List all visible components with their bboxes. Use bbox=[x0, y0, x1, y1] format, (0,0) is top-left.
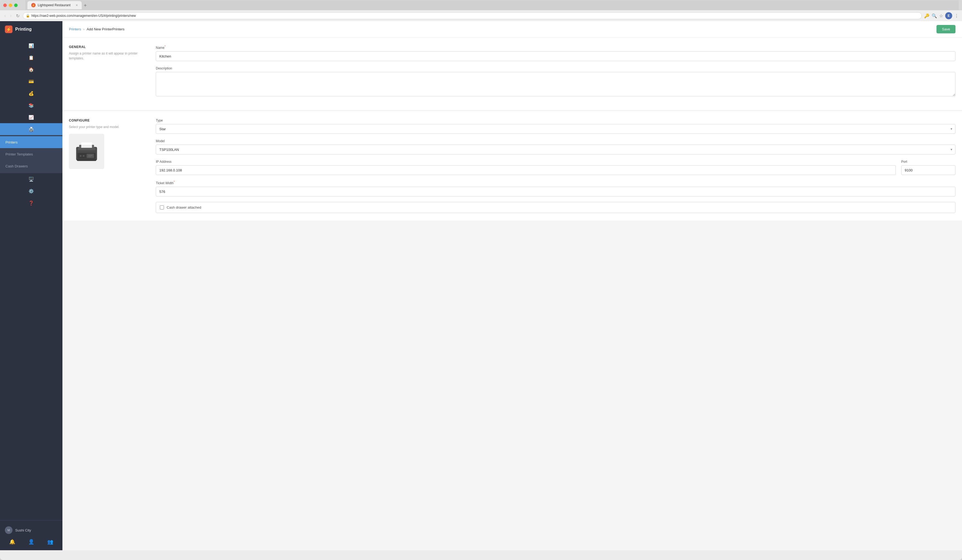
general-section-desc: Assign a printer name as it will appear … bbox=[69, 51, 145, 61]
forward-button[interactable]: › bbox=[9, 12, 13, 19]
configure-section-layout: CONFIGURE Select your printer type and m… bbox=[69, 119, 956, 213]
configure-section: CONFIGURE Select your printer type and m… bbox=[63, 111, 962, 220]
toolbar-icons: 🔑 🔍 ☆ E ⋮ bbox=[924, 12, 959, 19]
sidebar-item-orders[interactable]: 📋 bbox=[0, 51, 63, 63]
svg-point-6 bbox=[80, 155, 82, 157]
sidebar: ⚡ Printing 📊 📋 🏠 💳 💰 bbox=[0, 21, 63, 550]
sidebar-item-settings[interactable]: ⚙️ bbox=[0, 185, 63, 197]
type-label: Type bbox=[156, 119, 956, 122]
sidebar-item-dashboard[interactable]: 📊 bbox=[0, 40, 63, 51]
configure-section-desc: Select your printer type and model. bbox=[69, 124, 145, 129]
sidebar-user-avatar: M bbox=[5, 526, 13, 534]
breadcrumb-separator: › bbox=[83, 27, 84, 31]
browser-window: ⚡ Lightspeed Restaurant × ＋ ‹ › ↻ 🔒 http… bbox=[0, 0, 962, 560]
model-select[interactable]: TSP100LAN TSP143LAN SP742ME bbox=[156, 145, 956, 154]
cash-drawer-row: Cash drawer attached bbox=[156, 202, 956, 213]
devices-icon: 🖥️ bbox=[29, 177, 34, 182]
sidebar-header: ⚡ Printing bbox=[0, 21, 63, 37]
sidebar-item-printer-templates[interactable]: Printer Templates bbox=[0, 148, 63, 160]
model-select-wrapper: TSP100LAN TSP143LAN SP742ME ▾ bbox=[156, 145, 956, 154]
type-select-wrapper: Star Epson Other ▾ bbox=[156, 124, 956, 134]
port-label: Port bbox=[901, 160, 956, 164]
sidebar-item-devices[interactable]: 🖥️ bbox=[0, 173, 63, 185]
browser-tab-active[interactable]: ⚡ Lightspeed Restaurant × bbox=[27, 1, 82, 9]
configure-section-form: Type Star Epson Other ▾ bbox=[156, 119, 956, 213]
breadcrumb: Printers › Add New PrinterPrinters bbox=[69, 27, 124, 31]
printer-image bbox=[69, 134, 104, 169]
sidebar-item-help[interactable]: ❓ bbox=[0, 197, 63, 209]
ip-field-group: IP Address bbox=[156, 160, 896, 175]
name-input[interactable] bbox=[156, 51, 956, 61]
sidebar-nav: 📊 📋 🏠 💳 💰 📚 📈 bbox=[0, 37, 63, 520]
general-section: GENERAL Assign a printer name as it will… bbox=[63, 37, 962, 110]
bookmark-icon[interactable]: ☆ bbox=[939, 13, 943, 18]
tab-favicon: ⚡ bbox=[31, 3, 36, 7]
general-section-form: Name* Description bbox=[156, 45, 956, 103]
ip-port-row: IP Address Port bbox=[156, 160, 956, 180]
sidebar-username: Sushi City bbox=[15, 528, 31, 532]
menu-icon[interactable]: ⋮ bbox=[954, 13, 959, 18]
main-content: Printers › Add New PrinterPrinters Save … bbox=[63, 21, 962, 550]
sidebar-item-payments[interactable]: 💰 bbox=[0, 87, 63, 99]
breadcrumb-parent[interactable]: Printers bbox=[69, 27, 81, 31]
sidebar-logo: ⚡ bbox=[5, 26, 13, 33]
description-input[interactable] bbox=[156, 72, 956, 96]
main-header: Printers › Add New PrinterPrinters Save bbox=[63, 21, 962, 37]
cash-drawer-label[interactable]: Cash drawer attached bbox=[167, 205, 201, 209]
search-icon[interactable]: 🔍 bbox=[931, 13, 937, 18]
model-field-group: Model TSP100LAN TSP143LAN SP742ME ▾ bbox=[156, 139, 956, 154]
minimize-window-button[interactable] bbox=[9, 3, 12, 7]
password-icon[interactable]: 🔑 bbox=[924, 13, 930, 18]
sidebar-item-printers[interactable]: Printers bbox=[0, 136, 63, 148]
url-display: https://nae2-web.posios.com/management/e… bbox=[31, 14, 919, 18]
address-bar[interactable]: 🔒 https://nae2-web.posios.com/management… bbox=[23, 12, 922, 19]
new-tab-button[interactable]: ＋ bbox=[83, 2, 88, 8]
port-input[interactable] bbox=[901, 165, 956, 175]
app-container: ⚡ Printing 📊 📋 🏠 💳 💰 bbox=[0, 21, 962, 550]
general-section-info: GENERAL Assign a printer name as it will… bbox=[69, 45, 145, 103]
sidebar-item-printing[interactable]: 🖨️ bbox=[0, 123, 63, 135]
sidebar-item-cash-drawers[interactable]: Cash Drawers bbox=[0, 160, 63, 172]
breadcrumb-current: Add New PrinterPrinters bbox=[87, 27, 124, 31]
svg-rect-9 bbox=[88, 155, 93, 156]
content-body: GENERAL Assign a printer name as it will… bbox=[63, 37, 962, 550]
reload-button[interactable]: ↻ bbox=[15, 12, 21, 19]
user-avatar[interactable]: E bbox=[945, 12, 952, 19]
traffic-lights bbox=[3, 3, 18, 7]
tab-title: Lightspeed Restaurant bbox=[38, 3, 74, 7]
team-icon[interactable]: 👥 bbox=[47, 539, 53, 545]
name-label: Name* bbox=[156, 45, 956, 50]
general-section-layout: GENERAL Assign a printer name as it will… bbox=[69, 45, 956, 103]
cash-drawers-label: Cash Drawers bbox=[5, 164, 28, 168]
account-icon[interactable]: 👤 bbox=[28, 539, 34, 545]
close-window-button[interactable] bbox=[3, 3, 7, 7]
back-button[interactable]: ‹ bbox=[3, 12, 7, 19]
lock-icon: 🔒 bbox=[26, 14, 30, 18]
home-icon: 🏠 bbox=[29, 67, 34, 72]
ticket-width-input[interactable] bbox=[156, 187, 956, 196]
reports-icon: 📈 bbox=[29, 115, 34, 120]
sidebar-item-home[interactable]: 🏠 bbox=[0, 63, 63, 76]
type-field-group: Type Star Epson Other ▾ bbox=[156, 119, 956, 134]
settings-icon: ⚙️ bbox=[29, 188, 34, 194]
save-button[interactable]: Save bbox=[936, 25, 956, 33]
printer-templates-label: Printer Templates bbox=[5, 152, 33, 156]
sidebar-user-item[interactable]: M Sushi City bbox=[0, 524, 63, 537]
ticket-width-label: Ticket Width* bbox=[156, 180, 956, 185]
maximize-window-button[interactable] bbox=[14, 3, 18, 7]
sidebar-item-pos[interactable]: 💳 bbox=[0, 76, 63, 87]
type-select[interactable]: Star Epson Other bbox=[156, 124, 956, 134]
sidebar-footer: M Sushi City 🔔 👤 👥 bbox=[0, 520, 63, 550]
cash-drawer-checkbox[interactable] bbox=[160, 205, 164, 209]
notifications-icon[interactable]: 🔔 bbox=[9, 539, 15, 545]
browser-titlebar: ⚡ Lightspeed Restaurant × ＋ bbox=[0, 0, 962, 10]
configure-section-title: CONFIGURE bbox=[69, 119, 145, 122]
name-field-group: Name* bbox=[156, 45, 956, 61]
description-label: Description bbox=[156, 66, 956, 70]
sidebar-item-reports[interactable]: 📈 bbox=[0, 111, 63, 123]
description-field-group: Description bbox=[156, 66, 956, 97]
tab-close-button[interactable]: × bbox=[76, 3, 78, 7]
printing-icon: 🖨️ bbox=[29, 127, 34, 132]
sidebar-item-menus[interactable]: 📚 bbox=[0, 99, 63, 111]
ip-input[interactable] bbox=[156, 165, 896, 175]
